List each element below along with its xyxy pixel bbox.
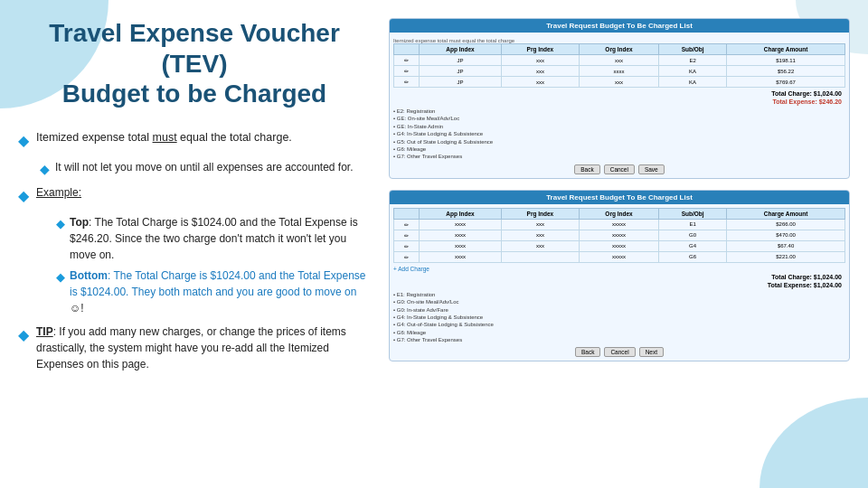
panel-top-back-button[interactable]: Back	[574, 164, 599, 174]
panel-top-legend: • E2: Registration • GE: On-site Meal/Ad…	[393, 108, 845, 161]
bottom-label: Bottom	[70, 269, 108, 282]
table-row: ✏xxxxxxxxxxxxG0$470.00	[394, 230, 845, 240]
sub-sub-icon-top: ◆	[56, 215, 65, 233]
sub-sub-text-bottom: Bottom: The Total Charge is $1024.00 and…	[70, 267, 371, 316]
sub-bullet-icon-1: ◆	[40, 160, 50, 179]
sub-sub-icon-bottom: ◆	[56, 268, 65, 286]
bullet-text-tip: TIP: If you add many new charges, or cha…	[36, 324, 371, 372]
panel-top-cancel-button[interactable]: Cancel	[604, 164, 635, 174]
col-sub-obj-b: Sub/Obj	[659, 208, 727, 219]
panel-top: Travel Request Budget To Be Charged List…	[389, 18, 850, 179]
panel-bottom-expense: Total Expense: $1,024.00	[393, 282, 845, 288]
col-org-index-b: Org Index	[580, 208, 659, 219]
bullet-icon-tip: ◆	[18, 324, 29, 346]
bullet-icon-1: ◆	[18, 130, 29, 152]
panel-top-table: App Index Prg Index Org Index Sub/Obj Ch…	[393, 43, 845, 88]
panel-bottom-back-button[interactable]: Back	[575, 347, 600, 357]
panel-top-expense: Total Expense: $246.20	[393, 99, 845, 105]
bullet-icon-2: ◆	[18, 185, 29, 207]
bullet-item-2: ◆ Example:	[18, 184, 371, 207]
col-prg-index: Prg Index	[501, 44, 579, 55]
panel-top-buttons: Back Cancel Save	[393, 164, 845, 174]
bullet-text-2: Example:	[36, 184, 81, 201]
panel-bottom-next-button[interactable]: Next	[639, 347, 664, 357]
top-label: Top	[70, 216, 89, 229]
bullet-item-1: ◆ Itemized expense total must equal the …	[18, 129, 371, 152]
col-sub-obj: Sub/Obj	[659, 44, 727, 55]
sub-sub-bullet-top: ◆ Top: The Total Charge is $1024.00 and …	[56, 214, 371, 263]
sub-bullet-text-1: It will not let you move on until all ex…	[55, 159, 354, 175]
col-edit-b	[394, 208, 420, 219]
panel-bottom-title: Travel Request Budget To Be Charged List	[390, 191, 849, 204]
col-org-index: Org Index	[580, 44, 659, 55]
panel-bottom-cancel-button[interactable]: Cancel	[604, 347, 635, 357]
col-app-index: App Index	[420, 44, 502, 55]
col-edit	[394, 44, 420, 55]
table-row: ✏xxxxxxxxxxxxG4$67.40	[394, 240, 845, 251]
sub-bullet-1: ◆ It will not let you move on until all …	[40, 159, 371, 179]
sub-sub-text-top: Top: The Total Charge is $1024.00 and th…	[70, 214, 371, 263]
col-charge-amount: Charge Amount	[727, 44, 845, 55]
col-app-index-b: App Index	[420, 208, 502, 219]
bullet-text-1: Itemized expense total must equal the to…	[36, 129, 292, 146]
table-row: ✏JPxxxxxxxKA$56.22	[394, 66, 845, 77]
table-row: ✏JPxxxxxxE2$198.11	[394, 55, 845, 66]
table-row: ✏JPxxxxxxKA$769.67	[394, 77, 845, 88]
panel-top-total: Total Charge: $1,024.00	[393, 90, 845, 97]
panel-bottom-table: App Index Prg Index Org Index Sub/Obj Ch…	[393, 208, 845, 263]
sub-sub-bullet-bottom: ◆ Bottom: The Total Charge is $1024.00 a…	[56, 267, 371, 316]
tip-label: TIP	[36, 325, 53, 338]
panel-bottom-total: Total Charge: $1,024.00	[393, 274, 845, 280]
page-title: Travel Expense Voucher (TEV) Budget to b…	[18, 18, 371, 109]
panel-top-title: Travel Request Budget To Be Charged List	[390, 19, 849, 33]
add-charge-link[interactable]: + Add Charge	[393, 266, 845, 272]
table-row: ✏xxxxxxxxxxxxE1$266.00	[394, 219, 845, 230]
table-row: ✏xxxxxxxxxG6$221.00	[394, 251, 845, 262]
col-prg-index-b: Prg Index	[501, 208, 579, 219]
panel-bottom-buttons: Back Cancel Next	[393, 347, 845, 357]
panel-bottom: Travel Request Budget To Be Charged List…	[389, 190, 850, 362]
col-charge-amount-b: Charge Amount	[727, 208, 845, 219]
bullet-item-tip: ◆ TIP: If you add many new charges, or c…	[18, 324, 371, 372]
panel-bottom-legend: • E1: Registration • G0: On-site Meal/Ad…	[393, 291, 845, 344]
bottom-text: : The Total Charge is $1024.00 and the T…	[70, 269, 366, 298]
panel-top-save-button[interactable]: Save	[638, 164, 665, 174]
